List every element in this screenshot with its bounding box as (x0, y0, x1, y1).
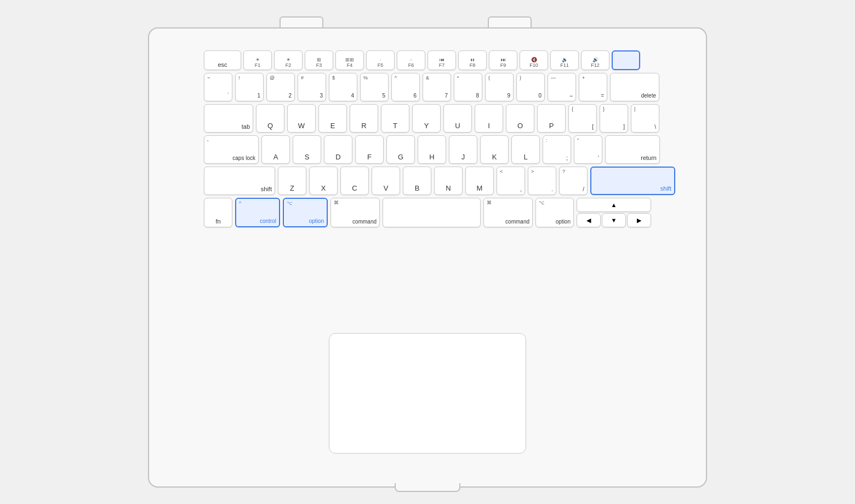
h-key[interactable]: H (418, 135, 446, 164)
comma-key[interactable]: < , (497, 167, 525, 195)
f3-icon: ⊞ (317, 57, 321, 62)
caps-dot: • (207, 139, 208, 142)
return-key[interactable]: return (605, 135, 660, 164)
l-key[interactable]: L (511, 135, 540, 164)
f11-key[interactable]: 🔉 F11 (550, 50, 579, 70)
period-key[interactable]: > . (528, 167, 556, 195)
b-key[interactable]: B (403, 167, 431, 195)
cmd-left-key[interactable]: ⌘ command (330, 198, 380, 227)
v-key[interactable]: V (372, 167, 400, 195)
5-key[interactable]: % 5 (360, 73, 389, 101)
control-label: control (260, 219, 276, 224)
minus-top: — (551, 76, 556, 81)
f7-key[interactable]: ⏮ F7 (428, 50, 456, 70)
quote-key[interactable]: " ' (574, 135, 602, 164)
r-key[interactable]: R (350, 104, 378, 133)
pipe-key[interactable]: | \ (631, 104, 659, 133)
esc-label: esc (218, 61, 227, 68)
o-key[interactable]: O (506, 104, 534, 133)
f3-label: F3 (316, 62, 322, 68)
slash-key[interactable]: ? / (559, 167, 588, 195)
f-key[interactable]: F (355, 135, 384, 164)
t-key[interactable]: T (381, 104, 409, 133)
qwerty-row: tab Q W E R T Y U I O P { [ } ] (204, 104, 651, 133)
f6-key[interactable]: ·· F6 (397, 50, 425, 70)
m-key[interactable]: M (465, 167, 494, 195)
f4-key[interactable]: ⊞⊞ F4 (335, 50, 364, 70)
caps-lock-key[interactable]: • caps lock (204, 135, 259, 164)
power-key[interactable] (612, 50, 640, 70)
f1-key[interactable]: ☀ F1 (243, 50, 272, 70)
f4-label: F4 (347, 62, 353, 68)
n-key[interactable]: N (434, 167, 463, 195)
f12-key[interactable]: 🔊 F12 (581, 50, 609, 70)
f9-key[interactable]: ⏭ F9 (489, 50, 517, 70)
1-key[interactable]: ! 1 (235, 73, 264, 101)
k-key[interactable]: K (480, 135, 509, 164)
tab-key[interactable]: tab (204, 104, 253, 133)
e-label: E (330, 122, 335, 130)
bracket-close-key[interactable]: } ] (600, 104, 628, 133)
arrow-right-key[interactable]: ▶ (627, 213, 651, 227)
u-key[interactable]: U (443, 104, 472, 133)
option-right-top-symbol: ⌥ (539, 201, 544, 205)
option-left-key[interactable]: ⌥ option (283, 198, 328, 227)
shift-right-key[interactable]: shift (590, 167, 675, 195)
f2-key[interactable]: ☀ F2 (274, 50, 303, 70)
7-bottom: 7 (444, 93, 448, 99)
shift-left-key[interactable]: shift (204, 167, 275, 195)
f8-key[interactable]: ⏯ F8 (458, 50, 487, 70)
space-key[interactable] (383, 198, 481, 227)
trackpad[interactable] (329, 333, 526, 454)
arrow-down-key[interactable]: ▼ (602, 213, 626, 227)
bottom-notch (395, 483, 460, 492)
7-key[interactable]: & 7 (423, 73, 451, 101)
d-key[interactable]: D (324, 135, 352, 164)
fn-key[interactable]: fn (204, 198, 232, 227)
e-key[interactable]: E (318, 104, 347, 133)
w-key[interactable]: W (287, 104, 316, 133)
delete-key[interactable]: delete (610, 73, 659, 101)
control-key[interactable]: ^ control (235, 198, 280, 227)
delete-label: delete (641, 93, 656, 99)
s-label: S (305, 153, 310, 161)
0-key[interactable]: ) 0 (516, 73, 545, 101)
6-key[interactable]: ^ 6 (391, 73, 420, 101)
2-key[interactable]: @ 2 (266, 73, 295, 101)
c-key[interactable]: C (340, 167, 369, 195)
cmd-right-key[interactable]: ⌘ command (483, 198, 533, 227)
tilde-key[interactable]: ~ ` (204, 73, 232, 101)
option-right-key[interactable]: ⌥ option (535, 198, 574, 227)
f-label: F (367, 153, 372, 161)
f3-key[interactable]: ⊞ F3 (305, 50, 333, 70)
esc-key[interactable]: esc (204, 50, 241, 70)
laptop: esc ☀ F1 ☀ F2 ⊞ F3 ⊞⊞ F4 (126, 16, 729, 488)
q-key[interactable]: Q (256, 104, 284, 133)
arrow-up-key[interactable]: ▲ (577, 198, 651, 212)
laptop-body: esc ☀ F1 ☀ F2 ⊞ F3 ⊞⊞ F4 (148, 27, 707, 488)
arrow-left-key[interactable]: ◀ (577, 213, 601, 227)
g-key[interactable]: G (386, 135, 415, 164)
j-key[interactable]: J (449, 135, 477, 164)
8-key[interactable]: * 8 (454, 73, 482, 101)
p-key[interactable]: P (537, 104, 566, 133)
f5-key[interactable]: · F5 (366, 50, 395, 70)
9-key[interactable]: ( 9 (485, 73, 514, 101)
3-key[interactable]: # 3 (298, 73, 326, 101)
s-key[interactable]: S (293, 135, 321, 164)
minus-key[interactable]: — – (548, 73, 576, 101)
y-key[interactable]: Y (412, 104, 441, 133)
equals-key[interactable]: + = (579, 73, 607, 101)
8-top: * (457, 76, 459, 81)
fn-label: fn (215, 218, 220, 225)
4-key[interactable]: $ 4 (329, 73, 357, 101)
f10-key[interactable]: 🔇 F10 (520, 50, 548, 70)
0-top: ) (520, 76, 521, 81)
bracket-open-key[interactable]: { [ (568, 104, 597, 133)
semicolon-key[interactable]: : ; (543, 135, 571, 164)
a-key[interactable]: A (261, 135, 290, 164)
z-key[interactable]: Z (278, 167, 306, 195)
c-label: C (352, 184, 357, 192)
i-key[interactable]: I (475, 104, 503, 133)
x-key[interactable]: X (309, 167, 338, 195)
